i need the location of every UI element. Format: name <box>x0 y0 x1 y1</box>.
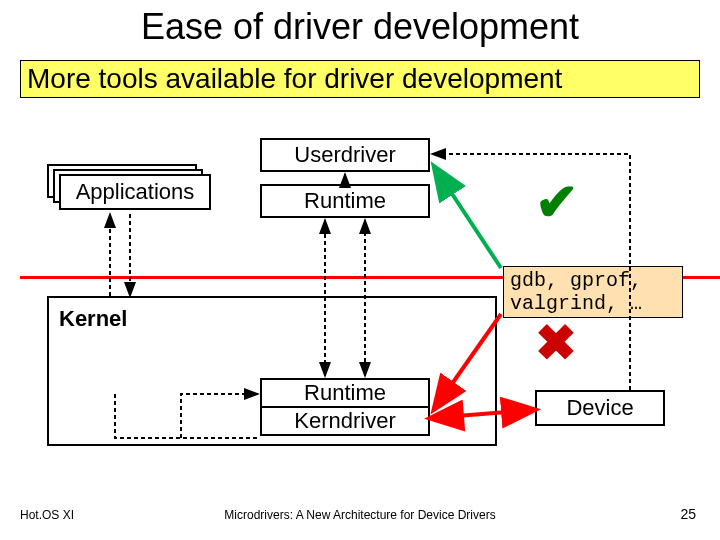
runtime-bottom-box: Runtime <box>260 378 430 408</box>
architecture-diagram: Applications Userdriver Runtime Kernel R… <box>45 118 675 458</box>
applications-box: Applications <box>59 174 211 210</box>
svg-line-5 <box>435 168 501 268</box>
kernel-label: Kernel <box>59 306 131 332</box>
slide-title: Ease of driver development <box>0 6 720 48</box>
tools-label: gdb, gprof, valgrind, … <box>503 266 683 318</box>
userdriver-box: Userdriver <box>260 138 430 172</box>
cross-icon: ✖ <box>535 318 577 368</box>
footer-mid: Microdrivers: A New Architecture for Dev… <box>0 508 720 522</box>
device-box: Device <box>535 390 665 426</box>
check-icon: ✔ <box>535 176 579 228</box>
kerndriver-box: Kerndriver <box>260 406 430 436</box>
slide-subtitle: More tools available for driver developm… <box>20 60 700 98</box>
runtime-top-box: Runtime <box>260 184 430 218</box>
footer-page-number: 25 <box>680 506 696 522</box>
